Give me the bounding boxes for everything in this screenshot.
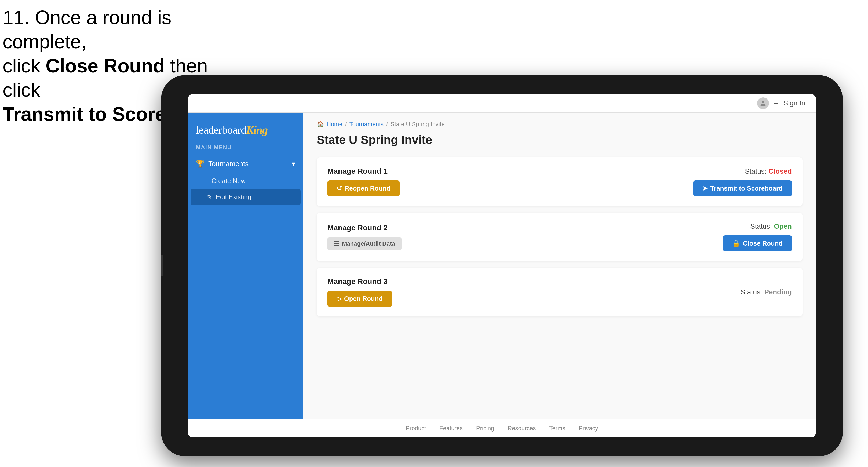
reopen-round-button[interactable]: ↺ Reopen Round bbox=[328, 180, 400, 196]
tablet-device: → Sign In leaderboardKing MAIN MENU 🏆 T bbox=[161, 75, 843, 456]
round-3-right: Status: Pending bbox=[741, 288, 792, 296]
footer-terms[interactable]: Terms bbox=[550, 425, 565, 432]
round-3-status-value: Pending bbox=[764, 288, 792, 296]
round-1-card: Manage Round 1 ↺ Reopen Round Status: Cl… bbox=[317, 157, 803, 206]
manage-audit-label: Manage/Audit Data bbox=[342, 240, 395, 247]
sidebar-item-left: 🏆 Tournaments bbox=[196, 160, 249, 168]
close-round-button[interactable]: 🔒 Close Round bbox=[723, 236, 792, 251]
round-2-status: Status: Open bbox=[750, 222, 792, 230]
logo: leaderboardKing bbox=[196, 123, 295, 136]
sidebar-logo: leaderboardKing bbox=[188, 118, 303, 145]
sidebar: leaderboardKing MAIN MENU 🏆 Tournaments … bbox=[188, 113, 303, 419]
round-1-status-value: Closed bbox=[768, 167, 792, 175]
round-1-status: Status: Closed bbox=[745, 167, 792, 176]
tablet-screen: → Sign In leaderboardKing MAIN MENU 🏆 T bbox=[188, 94, 816, 437]
breadcrumb-sep2: / bbox=[386, 121, 388, 128]
logo-king: King bbox=[246, 124, 268, 136]
round-2-left: Manage Round 2 ☰ Manage/Audit Data bbox=[328, 224, 402, 250]
close-icon: 🔒 bbox=[732, 240, 740, 247]
round-3-left: Manage Round 3 ▷ Open Round bbox=[328, 277, 392, 307]
sidebar-item-edit-existing[interactable]: ✎ Edit Existing bbox=[191, 189, 301, 205]
instruction-line1: 11. Once a round is complete, bbox=[3, 7, 171, 52]
round-2-card: Manage Round 2 ☰ Manage/Audit Data Statu… bbox=[317, 213, 803, 261]
sign-in-area[interactable]: → Sign In bbox=[757, 97, 805, 109]
footer: Product Features Pricing Resources Terms… bbox=[188, 419, 816, 437]
breadcrumb-current: State U Spring Invite bbox=[391, 121, 445, 128]
main-menu-label: MAIN MENU bbox=[188, 145, 303, 155]
page-content: 🏠 Home / Tournaments / State U Spring In… bbox=[303, 113, 816, 419]
breadcrumb-sep1: / bbox=[345, 121, 347, 128]
breadcrumb: 🏠 Home / Tournaments / State U Spring In… bbox=[317, 121, 803, 128]
footer-features[interactable]: Features bbox=[439, 425, 463, 432]
instruction-close-round: Close Round bbox=[45, 55, 165, 76]
plus-icon: + bbox=[204, 177, 208, 185]
top-nav: → Sign In bbox=[188, 94, 816, 113]
round-2-status-value: Open bbox=[774, 222, 792, 230]
chevron-down-icon: ▾ bbox=[292, 160, 295, 168]
breadcrumb-tournaments[interactable]: Tournaments bbox=[349, 121, 383, 128]
footer-privacy[interactable]: Privacy bbox=[579, 425, 598, 432]
sign-in-label[interactable]: Sign In bbox=[783, 99, 805, 107]
open-round-button[interactable]: ▷ Open Round bbox=[328, 291, 392, 307]
transmit-to-scoreboard-button[interactable]: ➤ Transmit to Scoreboard bbox=[693, 180, 792, 196]
reopen-icon: ↺ bbox=[337, 185, 342, 192]
logo-leaderboard: leaderboard bbox=[196, 124, 246, 136]
breadcrumb-home[interactable]: Home bbox=[327, 121, 342, 128]
round-2-right: Status: Open 🔒 Close Round bbox=[723, 222, 792, 251]
sidebar-item-tournaments[interactable]: 🏆 Tournaments ▾ bbox=[188, 155, 303, 173]
trophy-icon: 🏆 bbox=[196, 160, 205, 168]
sidebar-tournaments-label: Tournaments bbox=[208, 160, 249, 168]
round-1-title: Manage Round 1 bbox=[328, 167, 400, 176]
round-3-card: Manage Round 3 ▷ Open Round Status: Pend… bbox=[317, 268, 803, 316]
audit-icon: ☰ bbox=[334, 240, 339, 247]
sidebar-item-create-new[interactable]: + Create New bbox=[188, 173, 303, 189]
main-content: leaderboardKing MAIN MENU 🏆 Tournaments … bbox=[188, 113, 816, 419]
transmit-label: Transmit to Scoreboard bbox=[710, 185, 783, 192]
manage-audit-button[interactable]: ☰ Manage/Audit Data bbox=[328, 237, 402, 250]
transmit-icon: ➤ bbox=[703, 185, 708, 192]
footer-product[interactable]: Product bbox=[406, 425, 426, 432]
svg-point-2 bbox=[762, 101, 764, 103]
tablet-side-button bbox=[161, 255, 163, 276]
home-icon: 🏠 bbox=[317, 121, 324, 128]
footer-resources[interactable]: Resources bbox=[507, 425, 536, 432]
page-title: State U Spring Invite bbox=[317, 133, 803, 147]
round-1-right: Status: Closed ➤ Transmit to Scoreboard bbox=[693, 167, 792, 196]
create-new-label: Create New bbox=[212, 177, 246, 185]
round-1-left: Manage Round 1 ↺ Reopen Round bbox=[328, 167, 400, 196]
round-3-status: Status: Pending bbox=[741, 288, 792, 296]
reopen-round-label: Reopen Round bbox=[345, 185, 391, 192]
footer-pricing[interactable]: Pricing bbox=[476, 425, 494, 432]
avatar-icon bbox=[757, 97, 769, 109]
round-2-title: Manage Round 2 bbox=[328, 224, 402, 232]
open-round-label: Open Round bbox=[344, 295, 383, 303]
open-icon: ▷ bbox=[337, 295, 341, 303]
edit-icon: ✎ bbox=[207, 193, 212, 201]
close-round-label: Close Round bbox=[743, 240, 783, 247]
edit-existing-label: Edit Existing bbox=[216, 193, 251, 201]
round-3-title: Manage Round 3 bbox=[328, 277, 392, 286]
sign-in-icon: → bbox=[773, 99, 780, 107]
